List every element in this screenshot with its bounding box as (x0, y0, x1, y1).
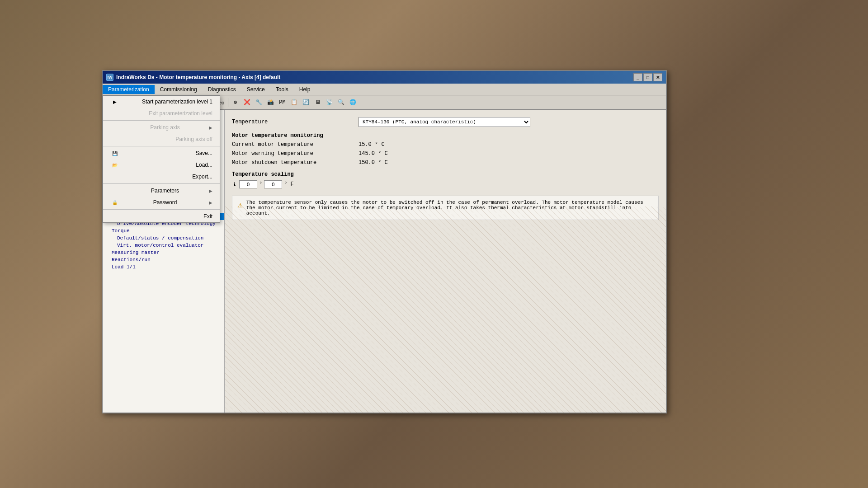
dropdown-export[interactable]: Export... (103, 171, 220, 183)
dropdown-label-parking-off: Parking axis off (175, 136, 212, 142)
dropdown-password[interactable]: 🔒 Password ▶ (103, 197, 220, 208)
dropdown-parking: Parking axis ▶ (103, 122, 220, 133)
tree-item-torque[interactable]: Torque (103, 227, 224, 235)
dropdown-exit-param: Exit parameterization level (103, 108, 220, 119)
dropdown-parameters[interactable]: Parameters ▶ (103, 185, 220, 197)
toolbar-btn-8[interactable]: ❌ (242, 97, 253, 108)
shutdown-temp-label: Motor shutdown temperature (232, 160, 359, 166)
close-button[interactable]: ✕ (653, 73, 662, 81)
dropdown-icon-exit (110, 110, 119, 117)
scaling-input-1[interactable] (239, 180, 257, 188)
scaling-section-title: Temperature scaling (232, 171, 659, 178)
scaling-input-2[interactable] (264, 180, 282, 188)
temperature-label: Temperature (232, 119, 359, 125)
toolbar-btn-7[interactable]: ⚙ (230, 97, 241, 108)
dropdown-arrow-params: ▶ (209, 188, 212, 193)
dropdown-label-load: Load... (196, 162, 212, 168)
toolbar-btn-11[interactable]: 📋 (289, 97, 300, 108)
warning-temp-row: Motor warning temperature 145.0 ° C (232, 150, 659, 157)
toolbar-btn-13[interactable]: 🖥 (312, 97, 323, 108)
window-controls: _ □ ✕ (633, 73, 662, 81)
warning-temp-value: 145.0 ° C (359, 150, 659, 157)
dropdown-label-exit2: Exit (203, 213, 212, 220)
warning-temp-label: Motor warning temperature (232, 150, 359, 157)
scaling-unit2: ° F (284, 181, 294, 188)
toolbar-btn-15[interactable]: 🔍 (336, 97, 347, 108)
window-title: IndraWorks Ds - Motor temperature monito… (116, 74, 280, 80)
dropdown-icon-start: ▶ (110, 98, 119, 105)
dropdown-label-start: Start parameterization level 1 (142, 99, 212, 105)
shutdown-temp-value: 150.0 ° C (359, 160, 659, 166)
toolbar-btn-10[interactable]: 📸 (265, 97, 276, 108)
dropdown-icon-save: 💾 (110, 150, 119, 157)
dropdown-arrow-parking: ▶ (209, 125, 212, 130)
dropdown-sep-2 (103, 146, 220, 146)
menu-diagnostics[interactable]: Diagnostics (203, 85, 241, 94)
menu-commissioning[interactable]: Commissioning (155, 85, 203, 94)
menu-parameterization[interactable]: Parameterization (103, 85, 155, 94)
dropdown-label-params: Parameters (151, 188, 179, 194)
maximize-button[interactable]: □ (643, 73, 652, 81)
tree-item-reactions[interactable]: Reactions/run (103, 256, 224, 263)
app-icon: IW (106, 74, 113, 81)
scaling-icon: 🌡 (232, 181, 237, 188)
dropdown-label-exit: Exit parameterization level (149, 110, 212, 117)
dropdown-start-param[interactable]: ▶ Start parameterization level 1 (103, 96, 220, 108)
title-bar: IW IndraWorks Ds - Motor temperature mon… (103, 71, 666, 84)
temp-scaling-row: 🌡 ° ° F (232, 180, 659, 188)
dropdown-label-parking: Parking axis (150, 124, 179, 131)
dropdown-label-export: Export... (192, 174, 212, 180)
toolbar-sep-2 (228, 98, 228, 107)
parameterization-dropdown: ▶ Start parameterization level 1 Exit pa… (103, 95, 220, 223)
diagonal-pattern (225, 206, 666, 413)
toolbar-btn-14[interactable]: 📡 (324, 97, 335, 108)
toolbar-btn-pm[interactable]: PM (277, 97, 288, 108)
dropdown-label-password: Password (153, 199, 177, 206)
dropdown-label-save: Save... (196, 150, 212, 156)
menu-bar: Parameterization Commissioning Diagnosti… (103, 84, 666, 95)
dropdown-save[interactable]: 💾 Save... (103, 147, 220, 159)
menu-help[interactable]: Help (294, 85, 316, 94)
tree-item-load[interactable]: Load 1/1 (103, 263, 224, 271)
dropdown-parking-off: Parking axis off (103, 133, 220, 145)
dropdown-exit[interactable]: Exit (103, 211, 220, 222)
dropdown-sep-3 (103, 183, 220, 184)
temperature-dropdown[interactable]: KTY84-130 (PTC, analog characteristic) (359, 117, 530, 127)
toolbar-btn-16[interactable]: 🌐 (348, 97, 359, 108)
dropdown-icon-load: 📂 (110, 161, 119, 169)
minimize-button[interactable]: _ (633, 73, 642, 81)
toolbar-btn-12[interactable]: 🔄 (301, 97, 311, 108)
dropdown-sep-1 (103, 120, 220, 121)
dropdown-arrow-password: ▶ (209, 200, 212, 205)
monitoring-section-title: Motor temperature monitoring (232, 132, 659, 139)
dropdown-icon-params (110, 187, 119, 194)
temperature-row: Temperature KTY84-130 (PTC, analog chara… (232, 117, 659, 127)
tree-item-default-status[interactable]: Default/status / compensation (103, 235, 224, 242)
dropdown-sep-4 (103, 209, 220, 210)
dropdown-icon-exit2 (110, 213, 119, 220)
dropdown-icon-export (110, 173, 119, 180)
menu-tools[interactable]: Tools (270, 85, 294, 94)
dropdown-icon-password: 🔒 (110, 199, 119, 206)
tree-item-measuring[interactable]: Measuring master (103, 249, 224, 256)
current-temp-row: Current motor temperature 15.0 ° C (232, 141, 659, 148)
tree-item-virt-motor[interactable]: Virt. motor/control evaluator (103, 242, 224, 249)
content-panel: Temperature KTY84-130 (PTC, analog chara… (225, 110, 666, 413)
dropdown-load[interactable]: 📂 Load... (103, 159, 220, 171)
toolbar-btn-9[interactable]: 🔧 (254, 97, 264, 108)
shutdown-temp-row: Motor shutdown temperature 150.0 ° C (232, 160, 659, 166)
scaling-unit1: ° (259, 181, 262, 188)
menu-service[interactable]: Service (241, 85, 270, 94)
dropdown-icon-parking-off (110, 136, 119, 143)
dropdown-icon-parking (110, 124, 119, 131)
current-temp-value: 15.0 ° C (359, 141, 659, 148)
app-window: IW IndraWorks Ds - Motor temperature mon… (102, 70, 667, 413)
current-temp-label: Current motor temperature (232, 141, 359, 148)
